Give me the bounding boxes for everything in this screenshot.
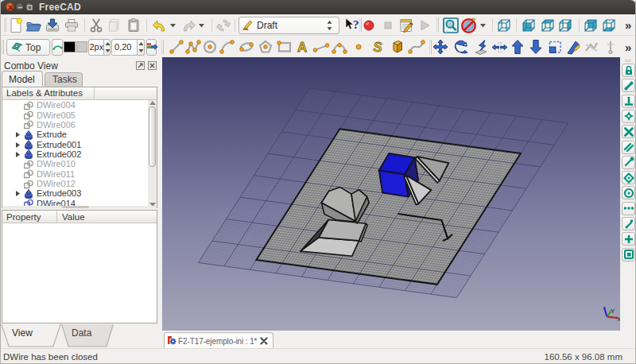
svg-text:A: A — [297, 40, 307, 55]
svg-text:?: ? — [353, 17, 359, 30]
svg-text:S: S — [374, 40, 383, 55]
svg-text:Y: Y — [611, 308, 615, 315]
